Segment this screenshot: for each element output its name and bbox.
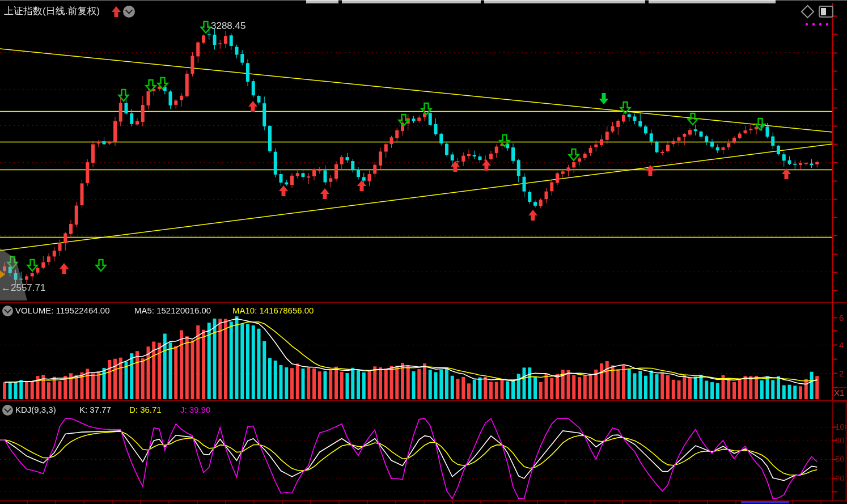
toolbar-button-edge[interactable]: [484, 0, 645, 3]
kdj-d-label: D: 36.71: [129, 405, 162, 414]
kdj-scale-label: 20: [835, 473, 846, 483]
volume-scale-label: 2: [839, 369, 844, 378]
peak-price-annotation: 3288.45: [211, 20, 245, 32]
kdj-scale-label: 80: [835, 435, 846, 445]
split-layout-icon[interactable]: [819, 6, 833, 18]
kdj-scale-label: 100: [835, 422, 846, 431]
chevron-down-circle-icon[interactable]: [123, 6, 135, 18]
volume-multiplier-label: X1: [834, 388, 844, 397]
chart-canvas[interactable]: [0, 0, 847, 504]
trading-app-window: 上证指数(日线.前复权) 3288.45 ←2557.71 VOLUME: 11…: [0, 0, 847, 504]
toolbar-button-edge[interactable]: [342, 0, 481, 3]
kdj-j-label: J: 39.90: [180, 405, 210, 414]
volume-scale-label: 4: [839, 340, 844, 350]
toolbar-button-edge[interactable]: [306, 0, 338, 3]
volume-scale-label: 6: [839, 313, 844, 323]
watermark-arrow-icon: [0, 270, 5, 278]
low-price-annotation: ←2557.71: [1, 282, 45, 294]
volume-ma10-label: MA10: 141678656.00: [232, 306, 314, 315]
volume-collapse-icon[interactable]: [2, 306, 13, 316]
volume-ma5-label: MA5: 152120016.00: [134, 306, 211, 315]
kdj-scale-label: 50: [835, 454, 846, 464]
toolbar-button-edge[interactable]: [649, 0, 776, 3]
indicator-dots: [806, 18, 833, 28]
kdj-k-label: K: 37.77: [79, 405, 111, 414]
volume-value-label: VOLUME: 119522464.00: [15, 306, 110, 315]
chart-title: 上证指数(日线.前复权): [4, 5, 100, 18]
kdj-name-label: KDJ(9,3,3): [15, 405, 56, 414]
kdj-collapse-icon[interactable]: [2, 405, 13, 416]
